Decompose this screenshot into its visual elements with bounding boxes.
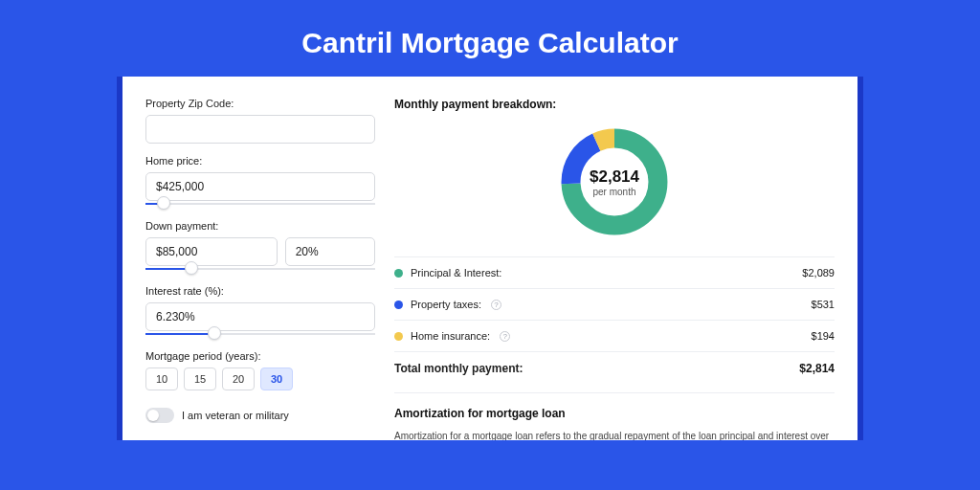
legend-dot-icon [394,301,403,309]
legend: Principal & Interest:$2,089Property taxe… [394,256,835,385]
period-label: Mortgage period (years): [145,350,375,362]
home-price-input[interactable] [145,172,375,201]
breakdown-panel: Monthly payment breakdown: $2,814 per mo… [394,98,835,440]
veteran-row: I am veteran or military [145,408,375,423]
legend-dot-icon [394,269,403,278]
info-icon[interactable]: ? [491,300,501,310]
home-price-group: Home price: [145,155,375,209]
donut-chart: $2,814 per month [557,124,672,239]
legend-total-row: Total monthly payment:$2,814 [394,351,835,385]
amortization-section: Amortization for mortgage loan Amortizat… [394,392,835,440]
total-value: $2,814 [799,362,835,375]
down-payment-amount-input[interactable] [145,237,278,266]
period-options: 10152030 [145,368,375,390]
interest-slider[interactable] [145,329,375,339]
slider-thumb[interactable] [157,196,170,210]
total-label: Total monthly payment: [394,362,523,375]
calculator-card: Property Zip Code: Home price: Down paym… [122,77,858,440]
legend-value: $531 [812,299,835,310]
veteran-toggle[interactable] [145,408,174,423]
interest-label: Interest rate (%): [145,285,375,297]
zip-label: Property Zip Code: [145,98,375,109]
veteran-label: I am veteran or military [182,410,289,421]
amortization-title: Amortization for mortgage loan [394,407,835,420]
legend-row: Principal & Interest:$2,089 [394,257,835,288]
period-btn-10[interactable]: 10 [145,368,178,390]
legend-value: $2,089 [802,267,835,278]
legend-label: Principal & Interest: [411,267,501,278]
form-panel: Property Zip Code: Home price: Down paym… [145,98,375,440]
period-group: Mortgage period (years): 10152030 [145,350,375,390]
legend-label: Home insurance: [411,330,490,342]
interest-input[interactable] [145,302,375,331]
down-payment-group: Down payment: [145,220,375,274]
down-payment-label: Down payment: [145,220,375,232]
legend-value: $194 [812,330,835,342]
slider-thumb[interactable] [208,326,221,340]
legend-dot-icon [394,332,403,341]
down-payment-slider[interactable] [145,264,375,274]
interest-group: Interest rate (%): [145,285,375,339]
page-title: Cantril Mortgage Calculator [0,0,980,77]
legend-row: Property taxes:?$531 [394,288,835,320]
legend-row: Home insurance:?$194 [394,320,835,351]
donut-amount: $2,814 [590,167,639,187]
period-btn-20[interactable]: 20 [222,368,255,390]
amortization-text: Amortization for a mortgage loan refers … [394,430,835,440]
home-price-slider[interactable] [145,199,375,209]
period-btn-30[interactable]: 30 [260,368,293,390]
zip-input[interactable] [145,115,375,144]
legend-label: Property taxes: [411,299,481,310]
period-btn-15[interactable]: 15 [184,368,216,390]
info-icon[interactable]: ? [500,331,510,342]
calculator-frame: Property Zip Code: Home price: Down paym… [117,77,863,440]
breakdown-title: Monthly payment breakdown: [394,98,835,111]
home-price-label: Home price: [145,155,375,167]
down-payment-percent-input[interactable] [285,237,375,266]
donut-sub: per month [592,187,635,197]
donut-chart-wrap: $2,814 per month [394,111,835,256]
slider-thumb[interactable] [185,261,198,275]
zip-group: Property Zip Code: [145,98,375,144]
